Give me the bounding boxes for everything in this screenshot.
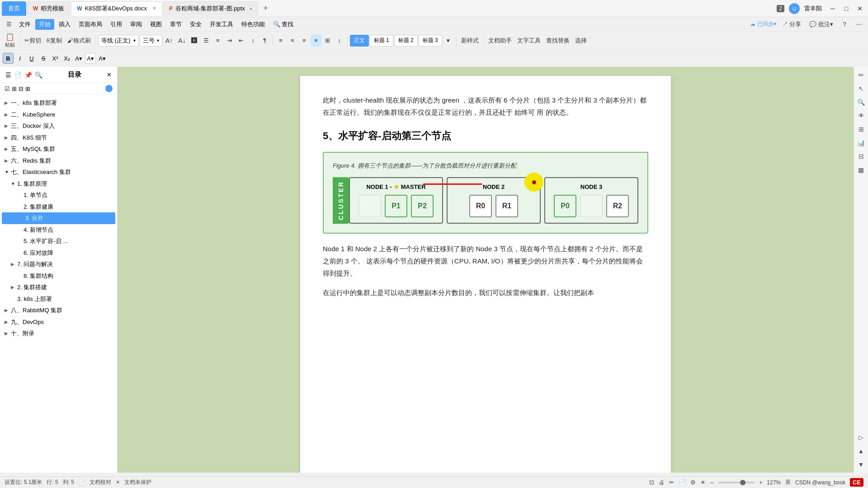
sidebar-item-docker[interactable]: ▶ 三、Docker 深入	[0, 120, 117, 132]
superscript-button[interactable]: X²	[50, 53, 61, 64]
strikethrough-button[interactable]: S	[38, 53, 49, 64]
num-list-btn[interactable]: ≡	[212, 34, 223, 47]
sidebar-icon-note[interactable]: 📌	[24, 71, 32, 79]
menu-ref[interactable]: 引用	[107, 19, 126, 30]
style-h2[interactable]: 标题 2	[394, 35, 418, 47]
subscript-button[interactable]: X₂	[61, 53, 72, 64]
right-icon-pen[interactable]: ✏	[855, 69, 868, 81]
tab-add-button[interactable]: +	[259, 2, 272, 15]
sidebar-item-rabbitmq[interactable]: ▶ 八、RabbitMQ 集群	[0, 305, 117, 316]
sidebar-icon-doc[interactable]: 📄	[14, 71, 22, 79]
zoom-plus[interactable]: +	[759, 479, 762, 486]
help-button[interactable]: ?	[839, 18, 850, 31]
sidebar-item-cluster-struct[interactable]: 8. 集群结构	[0, 270, 117, 282]
status-doc-btn[interactable]: 📄	[679, 479, 686, 486]
style-h3[interactable]: 标题 3	[419, 35, 442, 47]
menu-layout[interactable]: 页面布局	[75, 19, 106, 30]
right-icon-play[interactable]: ▷	[855, 431, 868, 444]
outdent-btn[interactable]: ⇤	[236, 34, 247, 47]
tab-wps-template[interactable]: W 稻壳模板	[27, 1, 70, 16]
status-edit-btn[interactable]: ✏	[669, 479, 674, 486]
sb-grid[interactable]: ⊞	[25, 85, 30, 92]
status-print-btn[interactable]: 🖨	[659, 479, 665, 486]
sidebar-item-fault[interactable]: 6. 应对故障	[0, 247, 117, 259]
sidebar-item-scale[interactable]: 5. 水平扩容-启 ...	[0, 235, 117, 247]
clear-format[interactable]: 🅰	[189, 34, 200, 47]
highlight-btn[interactable]: A▾	[85, 53, 96, 64]
menu-file[interactable]: 文件	[15, 19, 34, 30]
sidebar-item-es[interactable]: ▼ 七、Elasticsearch 集群	[0, 166, 117, 178]
sort-btn[interactable]: ↕	[248, 34, 259, 47]
find-replace-btn[interactable]: 查找替换	[544, 34, 572, 47]
bold-button[interactable]: B	[3, 53, 14, 64]
style-expand[interactable]: ▾	[443, 34, 454, 47]
menu-security[interactable]: 安全	[186, 19, 205, 30]
indent-btn[interactable]: ⇥	[224, 34, 235, 47]
char-spacing-btn[interactable]: A▾	[97, 53, 108, 64]
sync-button[interactable]: ☁ 已同步▾	[750, 20, 776, 28]
font-color-btn[interactable]: A▾	[73, 53, 84, 64]
menu-review[interactable]: 审阅	[127, 19, 146, 30]
doc-assistant-btn[interactable]: 文档助手	[486, 34, 514, 47]
right-icon-scroll-up[interactable]: ▲	[855, 445, 868, 457]
align-center[interactable]: ≡	[287, 34, 298, 47]
sidebar-item-single-node[interactable]: 1. 单节点	[0, 189, 117, 201]
right-icon-chart[interactable]: 📊	[855, 136, 868, 149]
zoom-minus[interactable]: ─	[710, 479, 714, 486]
sidebar-item-k8s-deploy[interactable]: 3. k8s 上部署	[0, 293, 117, 305]
sidebar-item-appendix[interactable]: ▶ 十、附录	[0, 328, 117, 339]
close-button[interactable]: ✕	[854, 2, 866, 15]
right-icon-eye[interactable]: 👁	[855, 109, 868, 122]
font-size-down[interactable]: A↓	[176, 34, 188, 47]
menu-start[interactable]: 开始	[35, 19, 54, 30]
sidebar-icon-search2[interactable]: 🔍	[35, 71, 42, 79]
menu-view[interactable]: 视图	[146, 19, 165, 30]
right-icon-scroll-down[interactable]: ▼	[855, 458, 868, 471]
menu-chapter[interactable]: 章节	[166, 19, 185, 30]
menu-special[interactable]: 特色功能	[238, 19, 269, 30]
align-justify[interactable]: ≡	[311, 34, 321, 47]
status-sun[interactable]: ☀	[700, 479, 706, 486]
tab-k8s-doc[interactable]: W K8S部署&DevOps.docx ✕	[71, 1, 162, 16]
more-button[interactable]: ⋯	[854, 18, 864, 31]
sidebar-item-problems[interactable]: ▶ 7. 问题与解决	[0, 258, 117, 270]
sb-collapse-all[interactable]: ⊟	[19, 85, 24, 92]
right-icon-blocks[interactable]: ⊟	[855, 150, 868, 163]
sb-check-all[interactable]: ☑	[5, 85, 10, 92]
new-style-btn[interactable]: 新样式	[459, 34, 481, 47]
right-icon-grid[interactable]: ⊞	[855, 123, 868, 136]
content-area[interactable]: 此时，cluster-health 现在展示的状态为 green ，这表示所有 …	[118, 67, 854, 473]
format-button[interactable]: 🖌 格式刷	[65, 34, 93, 47]
comment-button[interactable]: 💬 批注▾	[807, 18, 835, 31]
select-btn[interactable]: 选择	[573, 34, 589, 47]
sidebar-item-k8s[interactable]: ▶ 一、k8s 集群部署	[0, 97, 117, 109]
right-icon-zoom[interactable]: 🔍	[855, 96, 868, 108]
sidebar-item-redis[interactable]: ▶ 六、Redis 集群	[0, 155, 117, 167]
style-normal[interactable]: 正文	[350, 35, 369, 47]
sidebar-item-shards[interactable]: 3. 分片	[2, 212, 115, 224]
right-icon-qr[interactable]: ▦	[855, 164, 868, 176]
col-btn[interactable]: ⊞	[322, 34, 333, 47]
maximize-button[interactable]: □	[840, 2, 853, 15]
para-btn[interactable]: ¶	[259, 34, 270, 47]
sidebar-item-cluster-theory[interactable]: ▼ 1. 集群原理	[0, 178, 117, 190]
status-gear[interactable]: ⚙	[690, 479, 696, 486]
underline-button[interactable]: U	[26, 53, 37, 64]
zoom-slider[interactable]	[718, 482, 755, 483]
line-spacing[interactable]: ↕	[334, 34, 345, 47]
menu-dev[interactable]: 开发工具	[206, 19, 237, 30]
sidebar-toggle[interactable]: ☰	[4, 18, 14, 31]
sidebar-close[interactable]: ✕	[107, 71, 112, 78]
tab-home[interactable]: 首页	[2, 1, 26, 16]
style-h1[interactable]: 标题 1	[370, 35, 393, 47]
tab-ppt[interactable]: P 谷粒商城-集群部署-图.pptx ●	[163, 1, 259, 16]
sidebar-item-kubesphere[interactable]: ▶ 二、KubeSphere	[0, 109, 117, 121]
list-btn[interactable]: ☰	[201, 34, 212, 47]
sb-expand-all[interactable]: ⊞	[12, 85, 17, 92]
text-tool-btn[interactable]: 文字工具	[515, 34, 543, 47]
paste-button[interactable]: 📋 粘贴	[3, 34, 17, 47]
share-button[interactable]: ↗ 分享	[780, 18, 804, 31]
cut-button[interactable]: ✂ 剪切	[22, 34, 43, 47]
align-left[interactable]: ≡	[275, 34, 286, 47]
italic-button[interactable]: I	[14, 53, 25, 64]
